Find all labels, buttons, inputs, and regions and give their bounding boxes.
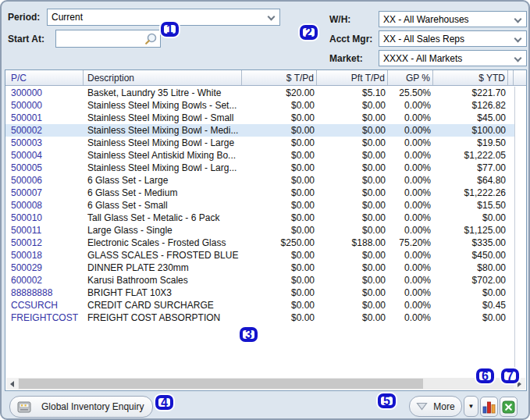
search-icon[interactable] [144, 32, 158, 46]
table-row[interactable]: 500029 DINNER PLATE 230mm $0.00 $0.00 0.… [5, 262, 526, 274]
cell-pft: $0.00 [317, 224, 388, 237]
table-row[interactable]: 500010 Tall Glass Set - Metalic - 6 Pack… [5, 212, 526, 224]
cell-pc[interactable]: 500011 [5, 224, 84, 237]
cell-desc: Stainless Steel Mixing Bowl - Large [84, 137, 242, 149]
cell-tpd: $250.00 [242, 237, 317, 249]
table-row[interactable]: 500000 Stainless Steel Mixing Bowls - Se… [5, 99, 526, 112]
col-header-pc[interactable]: P/C [5, 70, 84, 85]
cell-ytd: $702.00 [433, 274, 508, 287]
more-dropdown-button[interactable]: ▼ [464, 396, 478, 417]
table-row[interactable]: 500004 Stainless Steel Antiskid Mixing B… [5, 149, 526, 162]
dropdown-arrow-icon: ▼ [468, 403, 475, 410]
vertical-scrollbar-track[interactable] [514, 87, 526, 378]
table-row[interactable]: 500002 Stainless Steel Mixing Bowl - Med… [5, 124, 526, 137]
right-arrow-icon [518, 381, 521, 387]
cell-gp: 0.00% [388, 187, 433, 199]
table-row[interactable]: 300000 Basket, Laundry 35 Litre - White … [5, 87, 526, 99]
cell-desc: FREIGHT COST ABSORPTION [84, 311, 242, 324]
cell-desc: CREDIT CARD SURCHARGE [84, 299, 242, 311]
cell-pc[interactable]: 500006 [5, 174, 84, 187]
cell-pc[interactable]: CCSURCH [5, 299, 84, 311]
col-header-pft-tpd[interactable]: Pft T/Pd [317, 70, 388, 85]
cell-desc: Karusi Bathroom Scales [84, 274, 242, 287]
cell-pc[interactable]: 500003 [5, 137, 84, 149]
cell-pc[interactable]: 500002 [5, 124, 84, 137]
cell-ytd: $64.80 [433, 174, 508, 187]
table-row[interactable]: 500003 Stainless Steel Mixing Bowl - Lar… [5, 137, 526, 149]
table-row[interactable]: CCSURCH CREDIT CARD SURCHARGE $0.00 $0.0… [5, 299, 526, 311]
cell-gp: 0.00% [388, 212, 433, 224]
cell-pc[interactable]: 500018 [5, 249, 84, 262]
start-at-input[interactable] [55, 30, 161, 48]
start-at-label: Start At: [8, 34, 44, 44]
table-row[interactable]: 500012 Electronic Scales - Frosted Glass… [5, 237, 526, 249]
table-row[interactable]: 600002 Karusi Bathroom Scales $0.00 $0.0… [5, 274, 526, 287]
table-row[interactable]: FREIGHTCOST FREIGHT COST ABSORPTION $0.0… [5, 311, 526, 324]
cell-pc[interactable]: FREIGHTCOST [5, 311, 84, 324]
cell-pc[interactable]: 88888888 [5, 287, 84, 299]
cell-tpd: $0.00 [242, 99, 317, 112]
cell-ytd: $77.00 [433, 162, 508, 174]
cell-pc[interactable]: 500005 [5, 162, 84, 174]
cell-pc[interactable]: 500029 [5, 262, 84, 274]
export-excel-button[interactable] [500, 397, 518, 417]
table-row[interactable]: 500008 6 Glass Set - Small $0.00 $0.00 0… [5, 199, 526, 212]
product-table: P/C Description $ T/Pd Pft T/Pd GP % $ Y… [5, 69, 527, 391]
cell-ytd: $126.82 [433, 99, 508, 112]
acct-mgr-label: Acct Mgr: [329, 34, 372, 44]
table-row[interactable]: 88888888 BRIGHT FLAT 10X3 $0.00 $0.00 0.… [5, 287, 526, 299]
cell-pc[interactable]: 500004 [5, 149, 84, 162]
table-row[interactable]: 500001 Stainless Steel Mixing Bowl - Sma… [5, 112, 526, 124]
warehouse-value: XX - All Warehouses [383, 14, 469, 25]
more-button[interactable]: More [409, 396, 462, 417]
cell-tpd: $0.00 [242, 174, 317, 187]
chevron-down-icon [514, 55, 522, 62]
horizontal-scrollbar-thumb[interactable] [19, 379, 423, 389]
cell-ytd: $1,222.05 [433, 149, 508, 162]
acct-mgr-select[interactable]: XX - All Sales Reps [379, 30, 527, 47]
cell-desc: Tall Glass Set - Metalic - 6 Pack [84, 212, 242, 224]
cell-ytd: $0.00 [433, 287, 508, 299]
market-label: Market: [329, 53, 363, 64]
cell-pc[interactable]: 300000 [5, 87, 84, 99]
cell-pft: $188.00 [317, 237, 388, 249]
col-header-gp-pct[interactable]: GP % [388, 70, 433, 85]
table-row[interactable]: 500007 6 Glass Set - Medium $0.00 $0.00 … [5, 187, 526, 199]
col-header-spacer [508, 70, 514, 85]
table-row[interactable]: 500005 Stainless Steel Mixing Bowl - Lar… [5, 162, 526, 174]
cell-ytd: $19.50 [433, 137, 508, 149]
cell-pc[interactable]: 500012 [5, 237, 84, 249]
cell-pc[interactable]: 600002 [5, 274, 84, 287]
chart-button[interactable] [480, 397, 498, 417]
col-header-description[interactable]: Description [84, 70, 242, 85]
annotation-badge-2: 2 [300, 25, 318, 40]
table-row[interactable]: 500011 Large Glass - Single $0.00 $0.00 … [5, 224, 526, 237]
cell-pc[interactable]: 500000 [5, 99, 84, 112]
col-header-tpd[interactable]: $ T/Pd [242, 70, 317, 85]
market-value: XXXX - All Markets [383, 53, 462, 64]
horizontal-scrollbar[interactable] [6, 378, 525, 390]
cell-pc[interactable]: 500007 [5, 187, 84, 199]
cell-gp: 0.00% [388, 299, 433, 311]
table-row[interactable]: 500006 6 Glass Set - Large $0.00 $0.00 0… [5, 174, 526, 187]
cell-pft: $0.00 [317, 299, 388, 311]
col-header-ytd[interactable]: $ YTD [433, 70, 508, 85]
cell-pc[interactable]: 500001 [5, 112, 84, 124]
cell-pft: $0.00 [317, 199, 388, 212]
annotation-badge-5: 5 [378, 393, 396, 408]
table-row[interactable]: 500018 GLASS SCALES - FROSTED BLUE $0.00… [5, 249, 526, 262]
cell-tpd: $0.00 [242, 287, 317, 299]
cell-tpd: $0.00 [242, 112, 317, 124]
cell-pft: $0.00 [317, 274, 388, 287]
scroll-left-button[interactable] [6, 378, 18, 390]
warehouse-select[interactable]: XX - All Warehouses [379, 11, 527, 27]
cell-gp: 0.00% [388, 162, 433, 174]
cell-tpd: $0.00 [242, 212, 317, 224]
cell-tpd: $0.00 [242, 162, 317, 174]
cell-desc: Stainless Steel Mixing Bowl - Medi... [84, 124, 242, 137]
market-select[interactable]: XXXX - All Markets [379, 50, 527, 66]
cell-pc[interactable]: 500010 [5, 212, 84, 224]
cell-pc[interactable]: 500008 [5, 199, 84, 212]
global-inventory-enquiry-button[interactable]: Global Inventory Enquiry [9, 396, 153, 418]
cell-desc: BRIGHT FLAT 10X3 [84, 287, 242, 299]
